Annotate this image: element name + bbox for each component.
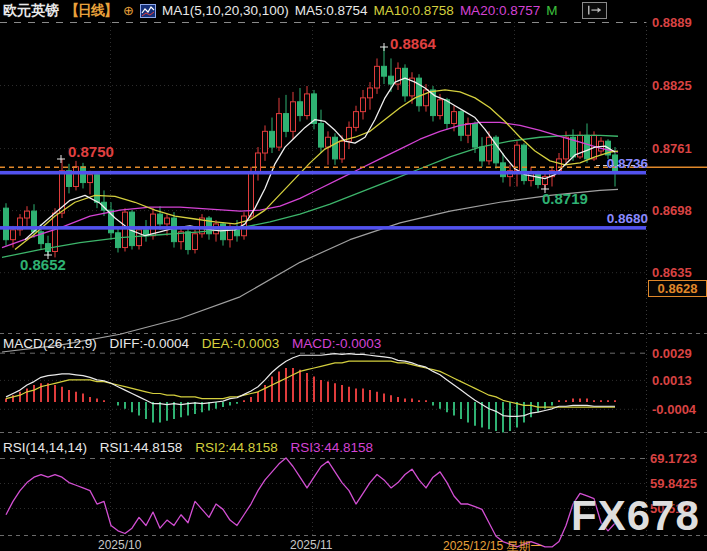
rsi-axis-label: 69.1723 — [650, 451, 697, 466]
rsi-line — [6, 458, 615, 547]
rsi3-value: RSI3:44.8158 — [290, 440, 373, 455]
candle-up — [466, 123, 471, 135]
candle-up — [193, 234, 198, 250]
support-price-label: 0.8680 — [593, 211, 648, 226]
alert-price-label: 0.8628 — [648, 280, 707, 297]
ma5-value: MA5:0.8754 — [295, 3, 368, 18]
support-line — [0, 171, 646, 175]
candle-up — [88, 175, 93, 183]
candle-down — [172, 218, 177, 242]
candle-up — [452, 112, 457, 124]
candle-up — [438, 100, 443, 116]
rsi-title: RSI(14,14,14) — [3, 440, 87, 455]
exit-panel-icon[interactable] — [582, 2, 607, 19]
candle-down — [284, 114, 289, 132]
candle-up — [53, 213, 58, 251]
candle-down — [319, 123, 324, 147]
ma20-value: MA20:0.8757 — [460, 3, 540, 18]
candle-down — [116, 233, 121, 248]
ma100-line — [2, 189, 618, 352]
candle-up — [354, 112, 359, 128]
candle-up — [487, 137, 492, 161]
candle-up — [340, 141, 345, 159]
candle-down — [501, 163, 506, 177]
candle-down — [81, 167, 86, 183]
time-label-nov: 2025/11 — [290, 538, 333, 551]
chart-type-icon[interactable] — [140, 4, 156, 18]
candle-up — [123, 212, 128, 247]
candle-down — [298, 102, 303, 116]
candle-down — [158, 214, 163, 224]
rsi-axis-label: 59.8425 — [650, 476, 697, 491]
ma30-value-truncated: M — [546, 3, 557, 18]
candle-down — [389, 76, 394, 84]
candle-up — [11, 230, 16, 240]
candle-down — [270, 131, 275, 147]
rsi2-value: RSI2:44.8158 — [195, 440, 278, 455]
ma10-value: MA10:0.8758 — [374, 3, 454, 18]
time-label-current: 2025/12/15 星期一 — [443, 538, 542, 551]
candle-down — [445, 100, 450, 124]
candle-up — [277, 114, 282, 147]
candle-up — [74, 167, 79, 187]
ma-settings-label: MA1(5,10,20,30,100) — [162, 3, 289, 18]
candle-down — [417, 78, 422, 106]
swing-low-label: 0.8719 — [542, 190, 588, 207]
price-axis-label: 0.8761 — [652, 141, 692, 156]
macd-title: MACD(26,12,9) — [3, 336, 97, 351]
symbol-title: 欧元英镑 — [3, 2, 59, 20]
watermark: FX678 — [571, 492, 700, 540]
support-price-label: 0.8736 — [593, 156, 648, 171]
candle-up — [25, 211, 30, 218]
candle-down — [459, 112, 464, 136]
candle-up — [249, 173, 254, 216]
macd-dea-value: DEA:-0.0003 — [202, 336, 279, 351]
macd-macd-value: MACD:-0.0003 — [292, 336, 381, 351]
swing-high-label: 0.8864 — [390, 35, 436, 52]
candle-down — [382, 66, 387, 76]
macd-diff-value: DIFF:-0.0004 — [110, 336, 190, 351]
support-line — [0, 226, 646, 230]
trading-chart-app: 欧元英镑 【日线】 ⊕ MA1(5,10,20,30,100) MA5:0.87… — [0, 0, 707, 551]
candle-up — [165, 218, 170, 224]
candle-up — [151, 214, 156, 236]
macd-header: MACD(26,12,9) DIFF:-0.0004 DEA:-0.0003 M… — [3, 336, 390, 351]
candle-down — [186, 232, 191, 250]
macd-axis-label: 0.0013 — [652, 373, 692, 388]
candle-down — [4, 208, 9, 240]
candle-down — [585, 135, 590, 159]
price-axis-label: 0.8635 — [652, 265, 692, 280]
period-label: 【日线】 — [65, 2, 117, 20]
candle-up — [256, 153, 261, 173]
candle-up — [291, 102, 296, 132]
price-axis-label: 0.8698 — [652, 203, 692, 218]
candle-up — [564, 137, 569, 159]
time-label-oct: 2025/10 — [98, 538, 141, 551]
candle-down — [480, 147, 485, 161]
price-axis-label: 0.8825 — [652, 78, 692, 93]
rsi-header: RSI(14,14,14) RSI1:44.8158 RSI2:44.8158 … — [3, 440, 382, 455]
candle-down — [95, 175, 100, 203]
swing-high-label: 0.8750 — [68, 143, 114, 160]
candle-up — [326, 137, 331, 147]
add-indicator-icon[interactable]: ⊕ — [123, 3, 134, 18]
swing-low-label: 0.8652 — [20, 256, 66, 273]
candle-up — [361, 98, 366, 112]
macd-axis-label: -0.0004 — [652, 402, 696, 417]
candle-up — [368, 88, 373, 98]
candle-down — [403, 68, 408, 96]
macd-axis-label: 0.0029 — [652, 346, 692, 361]
candle-down — [473, 123, 478, 147]
chart-canvas[interactable] — [0, 0, 707, 551]
candle-up — [305, 94, 310, 116]
rsi1-value: RSI1:44.8158 — [100, 440, 183, 455]
candle-up — [375, 66, 380, 88]
candle-down — [333, 137, 338, 159]
candle-up — [263, 131, 268, 153]
